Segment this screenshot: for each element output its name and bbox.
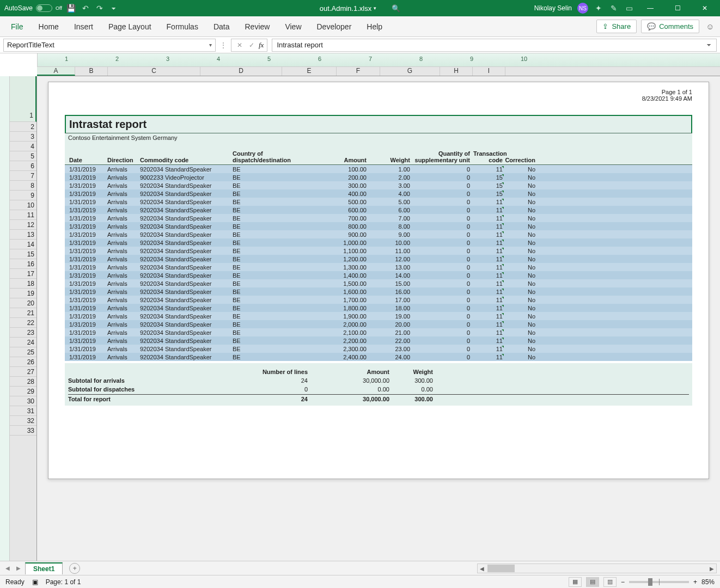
cell-amount[interactable]: 1,800.00: [313, 305, 368, 311]
total-report-label[interactable]: Total for report: [68, 396, 177, 402]
cell-tx[interactable]: 11: [471, 297, 504, 303]
col-header-C[interactable]: C: [108, 67, 200, 76]
row-header-9[interactable]: 9: [10, 191, 36, 200]
cell-amount[interactable]: 900.00: [313, 231, 368, 238]
row-header-21[interactable]: 21: [10, 308, 36, 318]
report-subtitle[interactable]: Contoso Entertainment System Germany: [65, 133, 692, 143]
cell-commodity[interactable]: 9202034 StandardSpeaker: [139, 321, 231, 328]
cell-correction[interactable]: No: [504, 272, 536, 279]
horizontal-scrollbar[interactable]: ◀ ▶: [477, 564, 717, 573]
row-headers[interactable]: 1 23456789101112131415161718192021222324…: [10, 76, 37, 561]
cell-correction[interactable]: No: [504, 313, 536, 320]
cell-commodity[interactable]: 9202034 StandardSpeaker: [139, 231, 231, 238]
cell-amount[interactable]: 2,400.00: [313, 354, 368, 360]
table-row[interactable]: 1/31/2019Arrivals9202034 StandardSpeaker…: [65, 198, 692, 206]
cell-weight[interactable]: 11.00: [368, 248, 411, 254]
cell-amount[interactable]: 1,300.00: [313, 264, 368, 271]
cell-country[interactable]: BE: [231, 264, 313, 271]
hdr-direction[interactable]: Direction: [106, 157, 139, 163]
row-header-12[interactable]: 12: [10, 220, 36, 230]
hdr-commodity[interactable]: Commodity code: [139, 157, 231, 163]
cell-country[interactable]: BE: [231, 313, 313, 320]
table-row[interactable]: 1/31/2019Arrivals9202034 StandardSpeaker…: [65, 336, 692, 345]
cell-commodity[interactable]: 9202034 StandardSpeaker: [139, 215, 231, 222]
cell-amount[interactable]: 100.00: [313, 166, 368, 173]
cell-correction[interactable]: No: [504, 264, 536, 271]
row-header-4[interactable]: 4: [10, 142, 36, 151]
cell-country[interactable]: BE: [231, 305, 313, 311]
row-header-14[interactable]: 14: [10, 240, 36, 249]
cell-quantity[interactable]: 0: [411, 174, 471, 181]
cell-correction[interactable]: No: [504, 182, 536, 189]
cell-amount[interactable]: 1,600.00: [313, 289, 368, 295]
cell-weight[interactable]: 1.00: [368, 166, 411, 173]
row-header-24[interactable]: 24: [10, 338, 36, 347]
row-header-27[interactable]: 27: [10, 367, 36, 377]
cell-direction[interactable]: Arrivals: [106, 248, 139, 254]
row-header-28[interactable]: 28: [10, 377, 36, 387]
cell-weight[interactable]: 23.00: [368, 346, 411, 352]
zoom-out-button[interactable]: −: [621, 578, 625, 586]
cell-amount[interactable]: 1,400.00: [313, 272, 368, 279]
tab-help[interactable]: Help: [359, 16, 390, 37]
cell-weight[interactable]: 3.00: [368, 182, 411, 189]
cell-commodity[interactable]: 9202034 StandardSpeaker: [139, 207, 231, 213]
column-headers[interactable]: ABCDEFGHI: [37, 66, 720, 76]
subtotal-arrivals-lines[interactable]: 24: [231, 377, 308, 384]
table-row[interactable]: 1/31/2019Arrivals9202034 StandardSpeaker…: [65, 320, 692, 328]
table-row[interactable]: 1/31/2019Arrivals9202034 StandardSpeaker…: [65, 181, 692, 189]
cell-weight[interactable]: 6.00: [368, 207, 411, 213]
tab-formulas[interactable]: Formulas: [159, 16, 206, 37]
cell-country[interactable]: BE: [231, 223, 313, 230]
formula-expand-icon[interactable]: ⏷: [706, 42, 712, 48]
comments-button[interactable]: 💬 Comments: [641, 20, 699, 33]
cell-tx[interactable]: 11: [471, 272, 504, 279]
share-button[interactable]: ⇪ Share: [596, 20, 637, 33]
row-header-30[interactable]: 30: [10, 396, 36, 406]
cell-tx[interactable]: 11: [471, 223, 504, 230]
cell-commodity[interactable]: 9202034 StandardSpeaker: [139, 313, 231, 320]
zoom-slider[interactable]: [629, 581, 689, 583]
page-layout-view-button[interactable]: ▤: [586, 577, 599, 587]
cell-tx[interactable]: 11: [471, 305, 504, 311]
cell-country[interactable]: BE: [231, 329, 313, 336]
cell-date[interactable]: 1/31/2019: [68, 231, 106, 238]
cell-country[interactable]: BE: [231, 354, 313, 360]
cell-quantity[interactable]: 0: [411, 280, 471, 287]
row-header-17[interactable]: 17: [10, 269, 36, 279]
row-header-19[interactable]: 19: [10, 289, 36, 298]
diamond-icon[interactable]: ✦: [594, 3, 603, 13]
cell-country[interactable]: BE: [231, 240, 313, 246]
cell-weight[interactable]: 24.00: [368, 354, 411, 360]
row-header-32[interactable]: 32: [10, 416, 36, 426]
cell-date[interactable]: 1/31/2019: [68, 321, 106, 328]
cell-quantity[interactable]: 0: [411, 256, 471, 262]
subtotal-dispatches-wgt[interactable]: 0.00: [389, 386, 433, 393]
cell-quantity[interactable]: 0: [411, 338, 471, 344]
cell-tx[interactable]: 11: [471, 256, 504, 262]
cell-direction[interactable]: Arrivals: [106, 321, 139, 328]
cell-commodity[interactable]: 9202034 StandardSpeaker: [139, 264, 231, 271]
cell-quantity[interactable]: 0: [411, 231, 471, 238]
cell-weight[interactable]: 10.00: [368, 240, 411, 246]
cell-correction[interactable]: No: [504, 329, 536, 336]
cell-correction[interactable]: No: [504, 289, 536, 295]
cell-date[interactable]: 1/31/2019: [68, 354, 106, 360]
page-break-view-button[interactable]: ▥: [603, 577, 617, 587]
tab-file[interactable]: File: [3, 16, 31, 37]
subtotal-dispatches-lines[interactable]: 0: [231, 386, 308, 393]
cell-amount[interactable]: 600.00: [313, 207, 368, 213]
col-header-E[interactable]: E: [282, 67, 337, 76]
cell-quantity[interactable]: 0: [411, 240, 471, 246]
cell-commodity[interactable]: 9202034 StandardSpeaker: [139, 240, 231, 246]
cell-correction[interactable]: No: [504, 166, 536, 173]
cell-country[interactable]: BE: [231, 321, 313, 328]
cell-tx[interactable]: 11: [471, 199, 504, 205]
cell-direction[interactable]: Arrivals: [106, 191, 139, 197]
undo-icon[interactable]: ↶: [81, 3, 90, 13]
cell-correction[interactable]: No: [504, 321, 536, 328]
cell-country[interactable]: BE: [231, 256, 313, 262]
cell-date[interactable]: 1/31/2019: [68, 297, 106, 303]
sheet-nav-prev[interactable]: ◀: [3, 565, 12, 571]
cell-commodity[interactable]: 9202034 StandardSpeaker: [139, 354, 231, 360]
